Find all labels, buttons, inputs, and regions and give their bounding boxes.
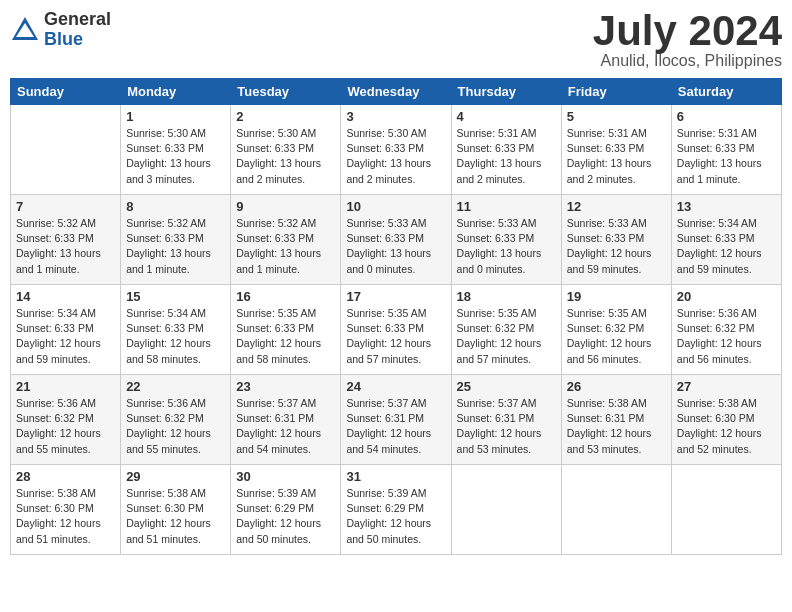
logo-blue: Blue bbox=[44, 30, 111, 50]
day-header: Tuesday bbox=[231, 79, 341, 105]
calendar-cell bbox=[11, 105, 121, 195]
day-number: 16 bbox=[236, 289, 335, 304]
day-detail: Sunrise: 5:35 AMSunset: 6:33 PMDaylight:… bbox=[236, 306, 335, 367]
day-detail: Sunrise: 5:37 AMSunset: 6:31 PMDaylight:… bbox=[236, 396, 335, 457]
day-number: 3 bbox=[346, 109, 445, 124]
calendar-cell: 4Sunrise: 5:31 AMSunset: 6:33 PMDaylight… bbox=[451, 105, 561, 195]
page-header: General Blue July 2024 Anulid, Ilocos, P… bbox=[10, 10, 782, 70]
day-detail: Sunrise: 5:30 AMSunset: 6:33 PMDaylight:… bbox=[126, 126, 225, 187]
calendar-cell: 16Sunrise: 5:35 AMSunset: 6:33 PMDayligh… bbox=[231, 285, 341, 375]
day-number: 24 bbox=[346, 379, 445, 394]
calendar-cell: 22Sunrise: 5:36 AMSunset: 6:32 PMDayligh… bbox=[121, 375, 231, 465]
calendar-cell: 12Sunrise: 5:33 AMSunset: 6:33 PMDayligh… bbox=[561, 195, 671, 285]
calendar-cell: 27Sunrise: 5:38 AMSunset: 6:30 PMDayligh… bbox=[671, 375, 781, 465]
day-detail: Sunrise: 5:38 AMSunset: 6:30 PMDaylight:… bbox=[126, 486, 225, 547]
day-detail: Sunrise: 5:33 AMSunset: 6:33 PMDaylight:… bbox=[567, 216, 666, 277]
calendar-table: SundayMondayTuesdayWednesdayThursdayFrid… bbox=[10, 78, 782, 555]
title-block: July 2024 Anulid, Ilocos, Philippines bbox=[593, 10, 782, 70]
calendar-cell: 2Sunrise: 5:30 AMSunset: 6:33 PMDaylight… bbox=[231, 105, 341, 195]
day-detail: Sunrise: 5:31 AMSunset: 6:33 PMDaylight:… bbox=[567, 126, 666, 187]
day-detail: Sunrise: 5:38 AMSunset: 6:31 PMDaylight:… bbox=[567, 396, 666, 457]
calendar-cell: 9Sunrise: 5:32 AMSunset: 6:33 PMDaylight… bbox=[231, 195, 341, 285]
calendar-week-row: 14Sunrise: 5:34 AMSunset: 6:33 PMDayligh… bbox=[11, 285, 782, 375]
location: Anulid, Ilocos, Philippines bbox=[593, 52, 782, 70]
day-header: Wednesday bbox=[341, 79, 451, 105]
day-number: 23 bbox=[236, 379, 335, 394]
day-detail: Sunrise: 5:30 AMSunset: 6:33 PMDaylight:… bbox=[346, 126, 445, 187]
day-number: 22 bbox=[126, 379, 225, 394]
calendar-cell: 18Sunrise: 5:35 AMSunset: 6:32 PMDayligh… bbox=[451, 285, 561, 375]
calendar-cell: 5Sunrise: 5:31 AMSunset: 6:33 PMDaylight… bbox=[561, 105, 671, 195]
calendar-cell: 30Sunrise: 5:39 AMSunset: 6:29 PMDayligh… bbox=[231, 465, 341, 555]
day-number: 2 bbox=[236, 109, 335, 124]
calendar-cell: 14Sunrise: 5:34 AMSunset: 6:33 PMDayligh… bbox=[11, 285, 121, 375]
day-number: 21 bbox=[16, 379, 115, 394]
calendar-cell: 24Sunrise: 5:37 AMSunset: 6:31 PMDayligh… bbox=[341, 375, 451, 465]
day-number: 31 bbox=[346, 469, 445, 484]
day-number: 20 bbox=[677, 289, 776, 304]
logo-icon bbox=[10, 15, 40, 45]
day-detail: Sunrise: 5:37 AMSunset: 6:31 PMDaylight:… bbox=[457, 396, 556, 457]
calendar-cell: 21Sunrise: 5:36 AMSunset: 6:32 PMDayligh… bbox=[11, 375, 121, 465]
day-detail: Sunrise: 5:35 AMSunset: 6:32 PMDaylight:… bbox=[457, 306, 556, 367]
day-detail: Sunrise: 5:39 AMSunset: 6:29 PMDaylight:… bbox=[236, 486, 335, 547]
day-header: Sunday bbox=[11, 79, 121, 105]
day-detail: Sunrise: 5:33 AMSunset: 6:33 PMDaylight:… bbox=[457, 216, 556, 277]
calendar-week-row: 1Sunrise: 5:30 AMSunset: 6:33 PMDaylight… bbox=[11, 105, 782, 195]
calendar-cell: 15Sunrise: 5:34 AMSunset: 6:33 PMDayligh… bbox=[121, 285, 231, 375]
calendar-cell: 11Sunrise: 5:33 AMSunset: 6:33 PMDayligh… bbox=[451, 195, 561, 285]
logo-text: General Blue bbox=[44, 10, 111, 50]
calendar-week-row: 7Sunrise: 5:32 AMSunset: 6:33 PMDaylight… bbox=[11, 195, 782, 285]
calendar-cell: 31Sunrise: 5:39 AMSunset: 6:29 PMDayligh… bbox=[341, 465, 451, 555]
calendar-header-row: SundayMondayTuesdayWednesdayThursdayFrid… bbox=[11, 79, 782, 105]
logo-general: General bbox=[44, 10, 111, 30]
day-detail: Sunrise: 5:36 AMSunset: 6:32 PMDaylight:… bbox=[126, 396, 225, 457]
calendar-cell: 6Sunrise: 5:31 AMSunset: 6:33 PMDaylight… bbox=[671, 105, 781, 195]
day-detail: Sunrise: 5:36 AMSunset: 6:32 PMDaylight:… bbox=[16, 396, 115, 457]
day-number: 18 bbox=[457, 289, 556, 304]
day-detail: Sunrise: 5:32 AMSunset: 6:33 PMDaylight:… bbox=[16, 216, 115, 277]
day-detail: Sunrise: 5:34 AMSunset: 6:33 PMDaylight:… bbox=[16, 306, 115, 367]
day-header: Friday bbox=[561, 79, 671, 105]
day-number: 7 bbox=[16, 199, 115, 214]
day-detail: Sunrise: 5:34 AMSunset: 6:33 PMDaylight:… bbox=[126, 306, 225, 367]
calendar-cell: 29Sunrise: 5:38 AMSunset: 6:30 PMDayligh… bbox=[121, 465, 231, 555]
day-number: 28 bbox=[16, 469, 115, 484]
calendar-week-row: 28Sunrise: 5:38 AMSunset: 6:30 PMDayligh… bbox=[11, 465, 782, 555]
day-number: 19 bbox=[567, 289, 666, 304]
day-detail: Sunrise: 5:31 AMSunset: 6:33 PMDaylight:… bbox=[677, 126, 776, 187]
day-number: 13 bbox=[677, 199, 776, 214]
day-number: 29 bbox=[126, 469, 225, 484]
day-number: 5 bbox=[567, 109, 666, 124]
day-number: 11 bbox=[457, 199, 556, 214]
day-detail: Sunrise: 5:37 AMSunset: 6:31 PMDaylight:… bbox=[346, 396, 445, 457]
calendar-cell: 19Sunrise: 5:35 AMSunset: 6:32 PMDayligh… bbox=[561, 285, 671, 375]
day-detail: Sunrise: 5:34 AMSunset: 6:33 PMDaylight:… bbox=[677, 216, 776, 277]
calendar-cell: 10Sunrise: 5:33 AMSunset: 6:33 PMDayligh… bbox=[341, 195, 451, 285]
day-number: 12 bbox=[567, 199, 666, 214]
calendar-cell: 23Sunrise: 5:37 AMSunset: 6:31 PMDayligh… bbox=[231, 375, 341, 465]
logo: General Blue bbox=[10, 10, 111, 50]
calendar-cell bbox=[561, 465, 671, 555]
day-detail: Sunrise: 5:30 AMSunset: 6:33 PMDaylight:… bbox=[236, 126, 335, 187]
day-number: 1 bbox=[126, 109, 225, 124]
calendar-cell: 1Sunrise: 5:30 AMSunset: 6:33 PMDaylight… bbox=[121, 105, 231, 195]
day-detail: Sunrise: 5:33 AMSunset: 6:33 PMDaylight:… bbox=[346, 216, 445, 277]
day-detail: Sunrise: 5:32 AMSunset: 6:33 PMDaylight:… bbox=[236, 216, 335, 277]
day-detail: Sunrise: 5:35 AMSunset: 6:32 PMDaylight:… bbox=[567, 306, 666, 367]
day-number: 15 bbox=[126, 289, 225, 304]
day-number: 6 bbox=[677, 109, 776, 124]
day-number: 17 bbox=[346, 289, 445, 304]
calendar-cell: 17Sunrise: 5:35 AMSunset: 6:33 PMDayligh… bbox=[341, 285, 451, 375]
day-detail: Sunrise: 5:32 AMSunset: 6:33 PMDaylight:… bbox=[126, 216, 225, 277]
day-number: 27 bbox=[677, 379, 776, 394]
calendar-cell: 13Sunrise: 5:34 AMSunset: 6:33 PMDayligh… bbox=[671, 195, 781, 285]
day-number: 8 bbox=[126, 199, 225, 214]
day-detail: Sunrise: 5:31 AMSunset: 6:33 PMDaylight:… bbox=[457, 126, 556, 187]
calendar-cell: 3Sunrise: 5:30 AMSunset: 6:33 PMDaylight… bbox=[341, 105, 451, 195]
calendar-cell: 28Sunrise: 5:38 AMSunset: 6:30 PMDayligh… bbox=[11, 465, 121, 555]
calendar-cell: 25Sunrise: 5:37 AMSunset: 6:31 PMDayligh… bbox=[451, 375, 561, 465]
calendar-cell bbox=[451, 465, 561, 555]
calendar-cell: 8Sunrise: 5:32 AMSunset: 6:33 PMDaylight… bbox=[121, 195, 231, 285]
day-number: 25 bbox=[457, 379, 556, 394]
